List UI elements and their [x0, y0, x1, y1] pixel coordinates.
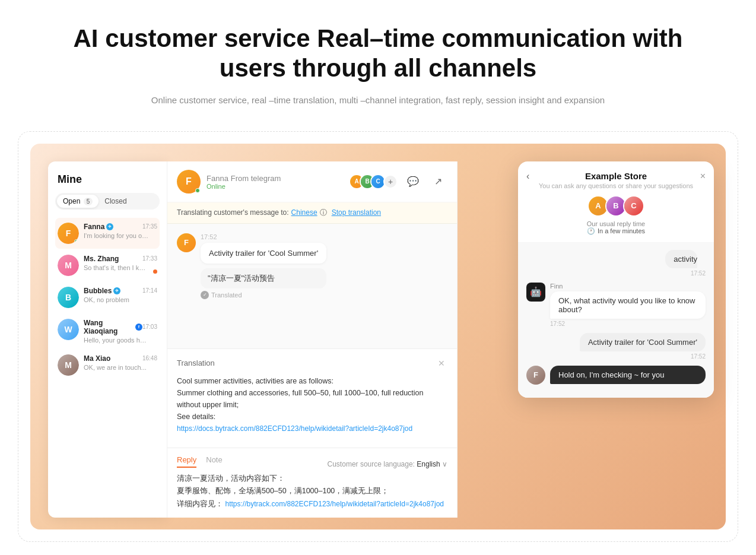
store-header: ‹ Example Store You can ask any question… — [518, 161, 714, 243]
left-panel: Mine Open 5 Closed F — [48, 161, 167, 518]
telegram-icon-2: ✈ — [113, 287, 120, 294]
bot-avatar-2: F — [526, 366, 545, 385]
avatar-ms-zhang: M — [58, 255, 79, 276]
page-title: AI customer service Real–time communicat… — [47, 24, 709, 84]
demo-container: Mine Open 5 Closed F — [18, 131, 738, 542]
translation-close-button[interactable]: ✕ — [436, 357, 447, 369]
store-avatar-3: C — [623, 195, 644, 217]
message-bubble: Activity trailer for 'Cool Summer' — [201, 243, 326, 264]
conv-item-ma-xiao[interactable]: M Ma Xiao 16:48 OK, we are in touch... — [55, 350, 160, 380]
translation-lang-link[interactable]: Chinese — [291, 208, 317, 217]
note-tab[interactable]: Note — [206, 455, 222, 468]
reply-tab[interactable]: Reply — [177, 455, 196, 468]
bot-avatar-finn: 🤖 — [526, 283, 545, 302]
store-widget: ‹ Example Store You can ask any question… — [518, 161, 714, 398]
online-indicator — [74, 239, 79, 244]
unread-dot — [153, 269, 157, 274]
store-msg-bot-1: 🤖 Finn OK, what activity would you like … — [526, 283, 706, 327]
export-icon-btn[interactable]: ↗ — [428, 172, 447, 191]
conv-item-ms-zhang[interactable]: M Ms. Zhang 17:33 So that's it, then I k… — [55, 250, 160, 281]
translation-bar: Translating customer's message to: Chine… — [167, 202, 457, 224]
reply-detail-link[interactable]: https://bytrack.com/882ECFD123/help/wiki… — [225, 500, 444, 508]
page-header: AI customer service Real–time communicat… — [0, 0, 756, 119]
stop-translation-link[interactable]: Stop translation — [332, 208, 381, 217]
avatar-ma-xiao: M — [58, 354, 79, 376]
avatar-fanna: F — [58, 223, 79, 244]
demo-inner: Mine Open 5 Closed F — [30, 144, 726, 529]
middle-panel: F Fanna From telegram Online A — [167, 161, 458, 518]
reply-text-content[interactable]: 清凉一夏活动，活动内容如下： 夏季服饰、配饰，全场满500–50，满1000–1… — [177, 472, 447, 510]
store-back-button[interactable]: ‹ — [526, 171, 529, 182]
tab-open[interactable]: Open 5 — [57, 195, 99, 208]
store-close-button[interactable]: × — [700, 171, 706, 182]
add-collaborator-button[interactable]: + — [383, 175, 398, 189]
chat-messages: F 17:52 Activity trailer for 'Cool Summe… — [167, 224, 457, 348]
tab-closed[interactable]: Closed — [99, 195, 132, 208]
conv-item-wang[interactable]: W Wang Xiaoqiang f 17:03 Hello, your goo… — [55, 314, 160, 348]
store-msg-user-1: activity 17:52 — [526, 250, 706, 277]
avatar-bubbles: B — [58, 287, 79, 308]
msg-avatar-fanna: F — [177, 233, 196, 252]
mine-title: Mine — [55, 173, 160, 186]
conv-item-bubbles[interactable]: B Bubbles ✈ 17:14 OK, no problem — [55, 282, 160, 313]
telegram-icon: ✈ — [106, 223, 113, 230]
page-subtitle: Online customer service, real –time tran… — [47, 93, 709, 107]
store-msg-bot-2: F Hold on, I'm checking ~ for you — [526, 366, 706, 385]
store-team-avatars: A B C — [530, 195, 702, 217]
translation-panel: Translation ✕ Cool summer activities, ac… — [167, 348, 457, 448]
message-icon-btn[interactable]: 💬 — [404, 172, 423, 191]
message-row-1: F 17:52 Activity trailer for 'Cool Summe… — [177, 233, 447, 299]
facebook-icon: f — [135, 324, 142, 331]
translated-bubble: "清凉一夏"活动预告 — [201, 268, 326, 288]
avatar-wang: W — [58, 319, 79, 340]
store-messages: activity 17:52 🤖 Finn OK, what activity … — [518, 243, 714, 398]
collaborator-avatars: A B C + — [349, 174, 398, 189]
tab-row: Open 5 Closed — [55, 193, 160, 210]
translation-detail-link[interactable]: https://docs.bytrack.com/882ECFD123/help… — [177, 424, 412, 433]
reply-area: Reply Note Customer source language: Eng… — [167, 448, 457, 518]
conv-item-fanna[interactable]: F Fanna ✈ 17:35 I'm looking for you on .… — [55, 218, 160, 249]
reply-tabs: Reply Note — [177, 455, 223, 468]
store-msg-user-2: Activity trailer for 'Cool Summer' 17:52 — [526, 333, 706, 360]
translation-body: Cool summer activities, activities are a… — [177, 375, 447, 435]
chat-contact-avatar: F — [177, 170, 201, 194]
contact-online-dot — [195, 188, 200, 193]
chat-header: F Fanna From telegram Online A — [167, 161, 457, 202]
